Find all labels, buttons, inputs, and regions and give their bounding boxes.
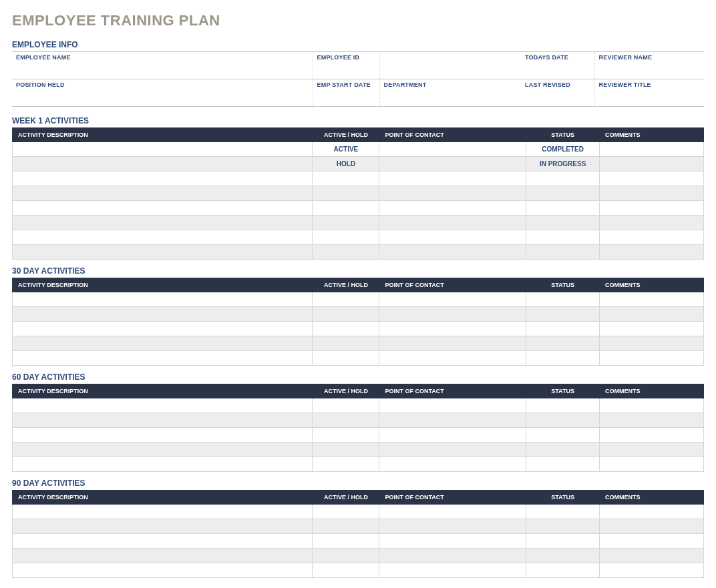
cell-comments[interactable] bbox=[600, 519, 704, 534]
cell-active-hold[interactable] bbox=[313, 172, 379, 186]
cell-status[interactable] bbox=[526, 245, 600, 260]
cell-status[interactable] bbox=[526, 201, 600, 216]
cell-point-of-contact[interactable] bbox=[379, 549, 526, 563]
cell-status[interactable] bbox=[526, 549, 600, 563]
cell-comments[interactable] bbox=[600, 292, 704, 307]
cell-comments[interactable] bbox=[600, 307, 704, 322]
cell-point-of-contact[interactable] bbox=[379, 443, 526, 457]
cell-activity-description[interactable] bbox=[13, 534, 313, 549]
cell-point-of-contact[interactable] bbox=[379, 505, 526, 519]
cell-point-of-contact[interactable] bbox=[379, 336, 526, 351]
value-last-revised[interactable] bbox=[521, 89, 594, 106]
cell-comments[interactable] bbox=[600, 443, 704, 457]
cell-comments[interactable] bbox=[600, 563, 704, 578]
cell-point-of-contact[interactable] bbox=[379, 322, 526, 336]
cell-point-of-contact[interactable] bbox=[379, 428, 526, 443]
cell-active-hold[interactable] bbox=[313, 563, 379, 578]
cell-activity-description[interactable] bbox=[13, 549, 313, 563]
cell-activity-description[interactable] bbox=[13, 201, 313, 216]
cell-point-of-contact[interactable] bbox=[379, 142, 526, 157]
cell-point-of-contact[interactable] bbox=[379, 351, 526, 366]
cell-activity-description[interactable] bbox=[13, 292, 313, 307]
cell-point-of-contact[interactable] bbox=[379, 563, 526, 578]
cell-active-hold[interactable] bbox=[313, 413, 379, 428]
value-emp-start-date[interactable] bbox=[313, 89, 379, 106]
cell-activity-description[interactable] bbox=[13, 398, 313, 413]
cell-point-of-contact[interactable] bbox=[379, 216, 526, 230]
cell-status[interactable] bbox=[526, 322, 600, 336]
cell-active-hold[interactable] bbox=[313, 216, 379, 230]
cell-activity-description[interactable] bbox=[13, 157, 313, 172]
cell-comments[interactable] bbox=[600, 172, 704, 186]
cell-active-hold[interactable] bbox=[313, 519, 379, 534]
cell-comments[interactable] bbox=[600, 398, 704, 413]
value-todays-date[interactable] bbox=[521, 61, 594, 79]
cell-comments[interactable] bbox=[600, 157, 704, 172]
cell-status[interactable] bbox=[526, 428, 600, 443]
cell-comments[interactable] bbox=[600, 186, 704, 201]
cell-activity-description[interactable] bbox=[13, 307, 313, 322]
cell-comments[interactable] bbox=[600, 336, 704, 351]
cell-active-hold[interactable]: HOLD bbox=[313, 157, 379, 172]
cell-activity-description[interactable] bbox=[13, 230, 313, 245]
cell-active-hold[interactable] bbox=[313, 292, 379, 307]
cell-status[interactable] bbox=[526, 519, 600, 534]
cell-point-of-contact[interactable] bbox=[379, 457, 526, 472]
cell-active-hold[interactable] bbox=[313, 505, 379, 519]
cell-active-hold[interactable] bbox=[313, 443, 379, 457]
cell-comments[interactable] bbox=[600, 549, 704, 563]
cell-comments[interactable] bbox=[600, 505, 704, 519]
cell-point-of-contact[interactable] bbox=[379, 307, 526, 322]
cell-activity-description[interactable] bbox=[13, 245, 313, 260]
cell-point-of-contact[interactable] bbox=[379, 519, 526, 534]
cell-active-hold[interactable] bbox=[313, 549, 379, 563]
cell-point-of-contact[interactable] bbox=[379, 186, 526, 201]
cell-comments[interactable] bbox=[600, 201, 704, 216]
cell-point-of-contact[interactable] bbox=[379, 157, 526, 172]
cell-point-of-contact[interactable] bbox=[379, 398, 526, 413]
cell-active-hold[interactable] bbox=[313, 201, 379, 216]
cell-status[interactable] bbox=[526, 563, 600, 578]
cell-active-hold[interactable] bbox=[313, 351, 379, 366]
cell-status[interactable] bbox=[526, 216, 600, 230]
cell-status[interactable] bbox=[526, 505, 600, 519]
cell-active-hold[interactable] bbox=[313, 307, 379, 322]
cell-point-of-contact[interactable] bbox=[379, 245, 526, 260]
cell-activity-description[interactable] bbox=[13, 457, 313, 472]
cell-activity-description[interactable] bbox=[13, 216, 313, 230]
cell-active-hold[interactable]: ACTIVE bbox=[313, 142, 379, 157]
cell-status[interactable] bbox=[526, 398, 600, 413]
value-employee-id[interactable] bbox=[313, 61, 379, 79]
cell-active-hold[interactable] bbox=[313, 457, 379, 472]
cell-activity-description[interactable] bbox=[13, 519, 313, 534]
cell-active-hold[interactable] bbox=[313, 398, 379, 413]
value-reviewer-name[interactable] bbox=[595, 61, 705, 79]
value-reviewer-title[interactable] bbox=[595, 89, 705, 106]
cell-comments[interactable] bbox=[600, 457, 704, 472]
cell-point-of-contact[interactable] bbox=[379, 413, 526, 428]
cell-status[interactable] bbox=[526, 413, 600, 428]
cell-status[interactable]: COMPLETED bbox=[526, 142, 600, 157]
cell-status[interactable] bbox=[526, 336, 600, 351]
cell-comments[interactable] bbox=[600, 413, 704, 428]
cell-activity-description[interactable] bbox=[13, 351, 313, 366]
cell-active-hold[interactable] bbox=[313, 230, 379, 245]
cell-active-hold[interactable] bbox=[313, 186, 379, 201]
cell-active-hold[interactable] bbox=[313, 534, 379, 549]
value-employee-name[interactable] bbox=[12, 61, 313, 79]
cell-point-of-contact[interactable] bbox=[379, 534, 526, 549]
cell-activity-description[interactable] bbox=[13, 322, 313, 336]
cell-status[interactable] bbox=[526, 172, 600, 186]
cell-status[interactable] bbox=[526, 534, 600, 549]
cell-comments[interactable] bbox=[600, 245, 704, 260]
value-department[interactable] bbox=[380, 89, 522, 106]
cell-status[interactable] bbox=[526, 457, 600, 472]
value-position-held[interactable] bbox=[12, 89, 313, 106]
cell-activity-description[interactable] bbox=[13, 443, 313, 457]
cell-point-of-contact[interactable] bbox=[379, 292, 526, 307]
cell-comments[interactable] bbox=[600, 216, 704, 230]
cell-point-of-contact[interactable] bbox=[379, 201, 526, 216]
cell-comments[interactable] bbox=[600, 322, 704, 336]
cell-comments[interactable] bbox=[600, 230, 704, 245]
cell-activity-description[interactable] bbox=[13, 413, 313, 428]
